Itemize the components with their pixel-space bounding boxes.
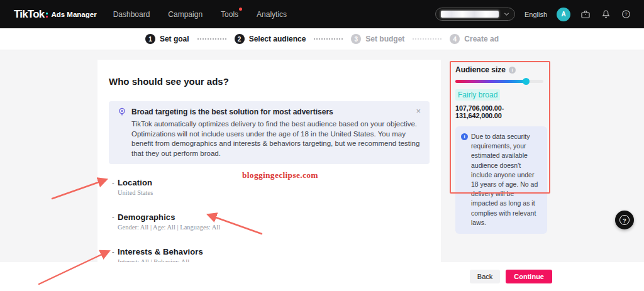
nav-analytics-label: Analytics xyxy=(257,10,287,19)
continue-button[interactable]: Continue xyxy=(506,270,552,283)
avatar[interactable]: A xyxy=(557,8,570,21)
info-icon[interactable]: i xyxy=(509,67,516,74)
collapse-toggle-icon[interactable]: - xyxy=(112,248,118,255)
location-target-icon xyxy=(117,107,127,117)
audience-size-panel: Audience size i Fairly broad 107,706,000… xyxy=(455,65,546,234)
section-title: Demographics xyxy=(118,212,220,222)
info-icon-blue: i xyxy=(461,133,468,140)
account-selector-dropdown[interactable] xyxy=(435,8,515,21)
audience-level-badge: Fairly broad xyxy=(455,89,500,101)
audience-range-value: 107,706,000.00-131,642,000.00 xyxy=(455,104,546,119)
stepper-connector xyxy=(314,38,343,40)
step-create-ad[interactable]: 4 Create ad xyxy=(450,34,499,44)
step-label: Create ad xyxy=(464,35,499,43)
help-glyph: ? xyxy=(625,11,628,17)
step-number-badge: 1 xyxy=(145,34,155,44)
audience-slider-fill xyxy=(455,80,526,83)
audience-form-card: Who should see your ads? Broad targeting… xyxy=(97,60,441,262)
note-text: Due to data security requirements, your … xyxy=(471,132,541,228)
banner-title: Broad targeting is the best solution for… xyxy=(131,107,333,117)
question-mark-icon: ? xyxy=(619,215,630,225)
step-set-budget[interactable]: 3 Set budget xyxy=(351,34,404,44)
step-label: Set budget xyxy=(365,35,404,43)
language-selector[interactable]: English xyxy=(525,11,547,18)
nav-tools[interactable]: Tools xyxy=(221,10,238,19)
stepper-connector xyxy=(197,38,226,40)
notification-dot-icon xyxy=(239,8,242,11)
stepper-connector xyxy=(413,38,441,40)
step-number-badge: 4 xyxy=(450,34,460,44)
progress-stepper: 1 Set goal 2 Select audience 3 Set budge… xyxy=(0,28,644,50)
main-nav: Dashboard Campaign Tools Analytics xyxy=(113,10,287,19)
section-title: Location xyxy=(118,178,153,187)
step-label: Select audience xyxy=(249,35,306,43)
nav-dashboard-label: Dashboard xyxy=(113,10,150,19)
chevron-down-icon xyxy=(503,11,510,18)
logo-brand-text: TikTok xyxy=(14,8,44,21)
tiktok-ads-manager-app: TikTok Ads Manager Dashboard Campaign To… xyxy=(0,0,644,291)
page-title: Who should see your ads? xyxy=(109,76,430,87)
data-security-note: i Due to data security requirements, you… xyxy=(455,126,547,234)
nav-dashboard[interactable]: Dashboard xyxy=(113,10,150,19)
step-select-audience[interactable]: 2 Select audience xyxy=(235,34,306,44)
collapse-toggle-icon[interactable]: - xyxy=(112,178,118,186)
tiktok-colon-icon xyxy=(46,13,48,18)
step-number-badge: 2 xyxy=(235,34,245,44)
tiktok-logo: TikTok Ads Manager xyxy=(14,8,97,21)
section-summary: United States xyxy=(118,189,153,196)
audience-slider-dot xyxy=(523,78,530,85)
audience-size-meter xyxy=(455,80,543,83)
logo-product-text: Ads Manager xyxy=(51,11,96,18)
step-label: Set goal xyxy=(160,35,189,43)
banner-body: TikTok automatically optimizes delivery … xyxy=(131,119,421,158)
top-navigation-bar: TikTok Ads Manager Dashboard Campaign To… xyxy=(0,0,644,28)
nav-campaign-label: Campaign xyxy=(168,10,203,19)
section-title: Interests & Behaviors xyxy=(118,247,203,256)
footer-bar: Back Continue xyxy=(0,262,644,291)
section-summary: Gender: All | Age: All | Languages: All xyxy=(118,224,220,231)
nav-analytics[interactable]: Analytics xyxy=(257,10,287,19)
notifications-bell-icon[interactable] xyxy=(601,9,611,19)
section-demographics[interactable]: - Demographics Gender: All | Age: All | … xyxy=(112,212,430,231)
nav-campaign[interactable]: Campaign xyxy=(168,10,203,19)
header-right-cluster: English A ? xyxy=(435,8,631,21)
audience-size-title: Audience size xyxy=(455,65,506,74)
business-center-icon[interactable] xyxy=(580,9,591,20)
step-set-goal[interactable]: 1 Set goal xyxy=(145,34,189,44)
floating-help-button[interactable]: ? xyxy=(615,211,634,229)
collapse-toggle-icon[interactable]: - xyxy=(112,213,118,221)
nav-tools-label: Tools xyxy=(221,10,238,19)
back-button[interactable]: Back xyxy=(470,270,500,283)
help-icon[interactable]: ? xyxy=(621,9,631,19)
section-location[interactable]: - Location United States xyxy=(112,178,430,196)
step-number-badge: 3 xyxy=(351,34,361,44)
close-icon[interactable]: × xyxy=(415,107,421,115)
watermark: bloggingeclipse.com xyxy=(242,170,318,180)
account-name-redacted xyxy=(441,11,499,18)
broad-targeting-banner: Broad targeting is the best solution for… xyxy=(109,101,430,164)
